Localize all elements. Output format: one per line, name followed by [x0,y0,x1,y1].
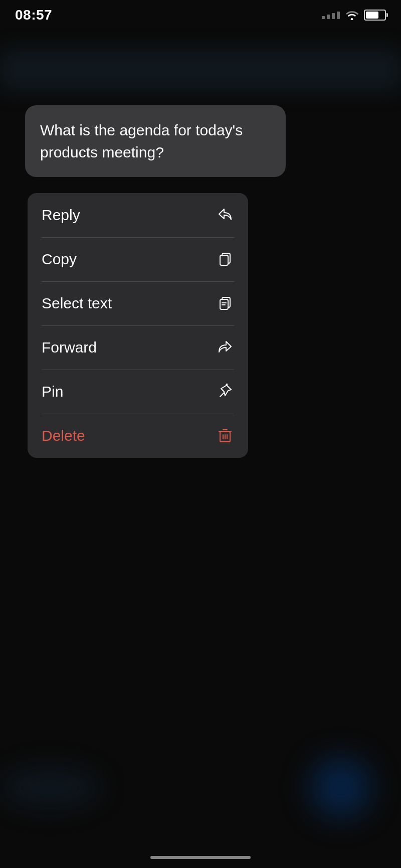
menu-label-select-text: Select text [42,295,112,312]
status-time: 08:57 [15,7,52,23]
battery-icon [364,10,386,21]
menu-item-delete[interactable]: Delete [28,414,248,458]
message-text: What is the agenda for today's products … [40,122,243,160]
menu-label-reply: Reply [42,207,80,224]
copy-icon [216,250,234,268]
menu-label-delete: Delete [42,427,85,444]
svg-line-6 [220,393,224,397]
menu-label-forward: Forward [42,339,97,356]
signal-icon [322,12,340,19]
background-blur-bottom-right [311,758,371,818]
menu-item-select-text[interactable]: Select text [28,281,248,325]
status-bar: 08:57 [0,0,401,30]
wifi-icon [345,10,359,20]
message-bubble: What is the agenda for today's products … [25,105,286,177]
svg-rect-1 [220,255,228,265]
home-indicator [150,856,251,859]
select-text-icon [216,294,234,312]
pin-icon [216,383,234,401]
menu-item-forward[interactable]: Forward [28,325,248,370]
reply-icon [216,206,234,224]
context-menu: Reply Copy Select text [28,193,248,458]
status-icons [322,10,386,21]
background-blur-top [0,50,401,90]
menu-item-pin[interactable]: Pin [28,370,248,414]
menu-label-pin: Pin [42,383,63,400]
menu-item-reply[interactable]: Reply [28,193,248,237]
forward-icon [216,338,234,357]
battery-fill [366,12,378,19]
menu-item-copy[interactable]: Copy [28,237,248,281]
menu-label-copy: Copy [42,251,77,268]
delete-icon [216,427,234,445]
background-blur-bottom-left [0,768,100,808]
